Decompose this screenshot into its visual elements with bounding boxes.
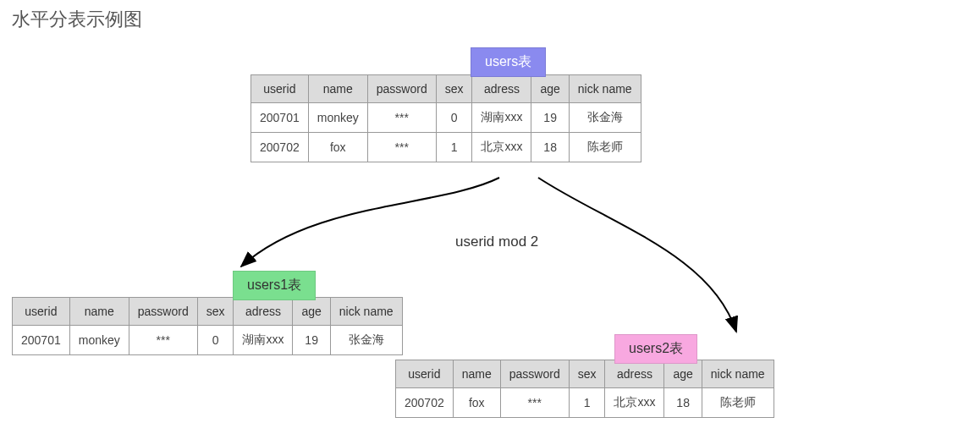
cell: 张金海 xyxy=(569,103,641,133)
users-table: userid name password sex adress age nick… xyxy=(251,74,641,162)
cell: fox xyxy=(308,133,367,162)
shard-rule-label: userid mod 2 xyxy=(455,233,538,250)
cell: 0 xyxy=(197,326,234,355)
users2-table-tag: users2表 xyxy=(614,334,697,364)
cell: 陈老师 xyxy=(569,133,641,162)
cell: fox xyxy=(453,388,500,418)
col-header: age xyxy=(664,360,702,388)
users1-table: userid name password sex adress age nick… xyxy=(12,297,403,355)
table-row: 200702 fox *** 1 北京xxx 18 陈老师 xyxy=(396,388,774,418)
col-header: sex xyxy=(436,75,472,103)
users2-table: userid name password sex adress age nick… xyxy=(395,360,774,418)
users-table-tag: users表 xyxy=(471,47,546,77)
cell: 19 xyxy=(293,326,330,355)
col-header: userid xyxy=(251,75,309,103)
cell: 200701 xyxy=(13,326,70,355)
cell: 18 xyxy=(531,133,569,162)
cell: 湖南xxx xyxy=(472,103,531,133)
cell: *** xyxy=(367,103,436,133)
cell: 1 xyxy=(436,133,472,162)
cell: *** xyxy=(129,326,197,355)
cell: monkey xyxy=(69,326,129,355)
col-header: password xyxy=(367,75,436,103)
users1-table-tag: users1表 xyxy=(233,271,316,300)
cell: 北京xxx xyxy=(605,388,664,418)
cell: *** xyxy=(367,133,436,162)
table-row: 200701 monkey *** 0 湖南xxx 19 张金海 xyxy=(251,103,641,133)
col-header: sex xyxy=(569,360,605,388)
cell: 1 xyxy=(569,388,605,418)
cell: 200702 xyxy=(251,133,309,162)
col-header: adress xyxy=(605,360,664,388)
cell: 200701 xyxy=(251,103,309,133)
cell: 19 xyxy=(531,103,569,133)
table-row: 200701 monkey *** 0 湖南xxx 19 张金海 xyxy=(13,326,403,355)
col-header: adress xyxy=(234,298,293,326)
cell: 湖南xxx xyxy=(234,326,293,355)
cell: 陈老师 xyxy=(702,388,774,418)
cell: monkey xyxy=(308,103,367,133)
col-header: age xyxy=(293,298,330,326)
col-header: name xyxy=(69,298,129,326)
col-header: nick name xyxy=(330,298,402,326)
col-header: password xyxy=(129,298,197,326)
col-header: name xyxy=(453,360,500,388)
col-header: nick name xyxy=(569,75,641,103)
col-header: userid xyxy=(13,298,70,326)
cell: 北京xxx xyxy=(472,133,531,162)
cell: 张金海 xyxy=(330,326,402,355)
col-header: password xyxy=(500,360,569,388)
table-row: 200702 fox *** 1 北京xxx 18 陈老师 xyxy=(251,133,641,162)
cell: 18 xyxy=(664,388,702,418)
col-header: nick name xyxy=(702,360,774,388)
col-header: userid xyxy=(396,360,454,388)
col-header: name xyxy=(308,75,367,103)
col-header: sex xyxy=(197,298,234,326)
cell: 0 xyxy=(436,103,472,133)
cell: *** xyxy=(500,388,569,418)
col-header: age xyxy=(531,75,569,103)
cell: 200702 xyxy=(396,388,454,418)
diagram-title: 水平分表示例图 xyxy=(12,7,142,32)
col-header: adress xyxy=(472,75,531,103)
